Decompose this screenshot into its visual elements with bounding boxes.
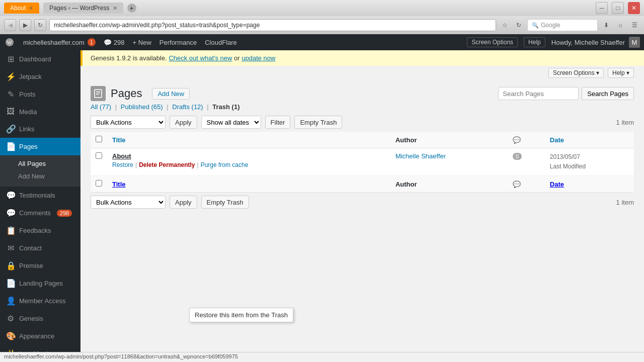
- sidebar-item-feedbacks[interactable]: 📋 Feedbacks: [0, 222, 80, 239]
- howdy-text: Howdy, Michelle Shaeffer: [551, 39, 625, 46]
- apply-button-top[interactable]: Apply: [170, 116, 197, 129]
- date-sub-value: Last Modified: [550, 163, 586, 170]
- sidebar-item-posts[interactable]: ✎ Posts: [0, 85, 80, 103]
- sidebar-item-appearance[interactable]: 🎨 Appearance: [0, 327, 80, 345]
- browser-tab-pages[interactable]: Pages ‹ — WordPress ✕: [43, 3, 123, 14]
- table-wrapper: Title Author 💬 Date: [80, 132, 644, 193]
- links-icon: 🔗: [6, 124, 15, 134]
- sidebar-item-media[interactable]: 🖼 Media: [0, 103, 80, 120]
- cloudflare-label: CloudFlare: [205, 39, 237, 46]
- sidebar-item-testimonials[interactable]: 💬 Testimonials: [0, 187, 80, 204]
- purge-cache-link[interactable]: Purge from cache: [201, 161, 249, 168]
- wp-logo[interactable]: W: [4, 37, 15, 48]
- row-check-cell: [91, 148, 107, 176]
- admin-bar-howdy[interactable]: Howdy, Michelle Shaeffer M: [551, 37, 640, 48]
- title-footer-sort-link[interactable]: Title: [112, 180, 126, 188]
- testimonials-icon: 💬: [6, 191, 15, 200]
- minimize-button[interactable]: ─: [596, 2, 608, 14]
- sidebar-item-landing-pages[interactable]: 📄 Landing Pages: [0, 275, 80, 292]
- filter-all[interactable]: All (77): [91, 103, 111, 111]
- close-browser-button[interactable]: ✕: [628, 2, 640, 14]
- notice-text: Genesis 1.9.2 is available.: [91, 54, 167, 62]
- sidebar-item-member-access[interactable]: 👤 Member Access: [0, 292, 80, 310]
- maximize-button[interactable]: □: [612, 2, 624, 14]
- filter-links: All (77) | Published (65) | Drafts (12) …: [80, 101, 644, 113]
- sidebar-item-genesis[interactable]: ⚙ Genesis: [0, 310, 80, 327]
- row-checkbox[interactable]: [96, 152, 102, 159]
- page-about-title-link[interactable]: About: [112, 152, 131, 160]
- filter-published[interactable]: Published (65): [121, 103, 163, 111]
- title-sort-link[interactable]: Title: [112, 136, 126, 144]
- back-button[interactable]: ◀: [4, 19, 16, 31]
- landing-pages-icon: 📄: [6, 279, 15, 288]
- empty-trash-button-top[interactable]: Empty Trash: [294, 116, 342, 129]
- bulk-actions-select-top[interactable]: Bulk Actions Restore Delete Permanently: [91, 116, 166, 129]
- add-new-button[interactable]: Add New: [152, 88, 190, 100]
- col-title-footer: Title: [107, 176, 390, 193]
- sidebar-all-pages[interactable]: All Pages: [0, 157, 80, 170]
- restore-link[interactable]: Restore: [112, 161, 133, 168]
- new-tab-button[interactable]: +: [127, 4, 136, 13]
- search-pages-button[interactable]: Search Pages: [582, 87, 634, 100]
- menu-icon[interactable]: ☰: [629, 20, 640, 31]
- admin-bar-site[interactable]: michelleshaeffer.com 1: [23, 38, 96, 46]
- comments-sidebar-icon: 💬: [6, 208, 15, 218]
- admin-bar-cloudflare[interactable]: CloudFlare: [205, 39, 237, 46]
- extensions-icon[interactable]: ⬇: [601, 20, 612, 31]
- url-bar[interactable]: michelleshaeffer.com/wp-admin/edit.php?p…: [49, 19, 496, 31]
- admin-bar-new[interactable]: + New: [133, 39, 151, 46]
- admin-bar-performance[interactable]: Performance: [159, 39, 197, 46]
- update-now-link[interactable]: update now: [242, 54, 275, 62]
- sidebar-item-contact[interactable]: ✉ Contact: [0, 239, 80, 257]
- date-value: 2013/05/07: [550, 153, 580, 160]
- sidebar-item-premise[interactable]: 🔒 Premise: [0, 257, 80, 275]
- select-all-footer-checkbox[interactable]: [96, 180, 102, 187]
- sidebar-item-dashboard[interactable]: ⊞ Dashboard: [0, 50, 80, 68]
- screen-options-button[interactable]: Screen Options ▾: [548, 68, 604, 78]
- select-all-checkbox[interactable]: [96, 136, 102, 142]
- sidebar-jetpack-label: Jetpack: [19, 73, 42, 80]
- col-date-header[interactable]: Date: [545, 132, 634, 148]
- sidebar-item-links[interactable]: 🔗 Links: [0, 120, 80, 138]
- tab-pages-close[interactable]: ✕: [113, 5, 117, 12]
- screen-options-toggle[interactable]: Screen Options: [467, 37, 518, 47]
- col-title-header[interactable]: Title: [107, 132, 390, 148]
- search-box: Search Pages: [498, 87, 634, 100]
- bookmark-icon[interactable]: ☆: [499, 20, 510, 31]
- filter-drafts[interactable]: Drafts (12): [172, 103, 203, 111]
- feedbacks-icon: 📋: [6, 226, 15, 235]
- date-footer-sort-link[interactable]: Date: [550, 180, 564, 188]
- col-comments-header: 💬: [508, 132, 545, 148]
- screen-options-bar: Screen Options ▾ Help ▾: [80, 66, 644, 80]
- filter-trash[interactable]: Trash (1): [212, 103, 239, 111]
- tablenav-bottom: Bulk Actions Restore Delete Permanently …: [80, 193, 644, 212]
- forward-button[interactable]: ▶: [19, 19, 31, 31]
- restore-tooltip: Restore this item from the Trash: [189, 308, 293, 322]
- browser-tab-about[interactable]: About ✕: [4, 3, 39, 14]
- refresh-button[interactable]: ↻: [34, 19, 46, 31]
- check-whats-new-link[interactable]: Check out what's new: [169, 54, 232, 62]
- notice-separator: or: [234, 54, 240, 62]
- tab-about-close[interactable]: ✕: [29, 5, 33, 12]
- empty-trash-button-bottom[interactable]: Empty Trash: [201, 196, 249, 209]
- apply-button-bottom[interactable]: Apply: [170, 196, 197, 209]
- delete-permanently-link[interactable]: Delete Permanently: [139, 161, 195, 168]
- help-toggle[interactable]: Help: [524, 37, 545, 47]
- help-button[interactable]: Help ▾: [608, 68, 634, 78]
- dates-filter-select[interactable]: Show all dates: [201, 116, 261, 129]
- admin-bar-comments[interactable]: 💬 298: [104, 39, 125, 46]
- sidebar-item-comments[interactable]: 💬 Comments 298: [0, 204, 80, 222]
- date-sort-link[interactable]: Date: [550, 136, 564, 144]
- bulk-actions-select-bottom[interactable]: Bulk Actions Restore Delete Permanently: [91, 196, 166, 209]
- refresh-icon[interactable]: ↻: [513, 20, 524, 31]
- sidebar-item-pages[interactable]: 📄 Pages: [0, 138, 80, 155]
- table-row: About Restore | Delete Permanently | Pur…: [91, 148, 634, 176]
- sidebar-item-jetpack[interactable]: ⚡ Jetpack: [0, 68, 80, 85]
- sidebar-add-new[interactable]: Add New: [0, 170, 80, 183]
- sidebar-media-label: Media: [19, 108, 37, 116]
- search-pages-input[interactable]: [498, 87, 579, 100]
- filter-button[interactable]: Filter: [265, 116, 291, 129]
- author-link[interactable]: Michelle Shaeffer: [395, 152, 446, 160]
- home-icon[interactable]: ⌂: [615, 20, 626, 31]
- svg-rect-2: [95, 89, 102, 98]
